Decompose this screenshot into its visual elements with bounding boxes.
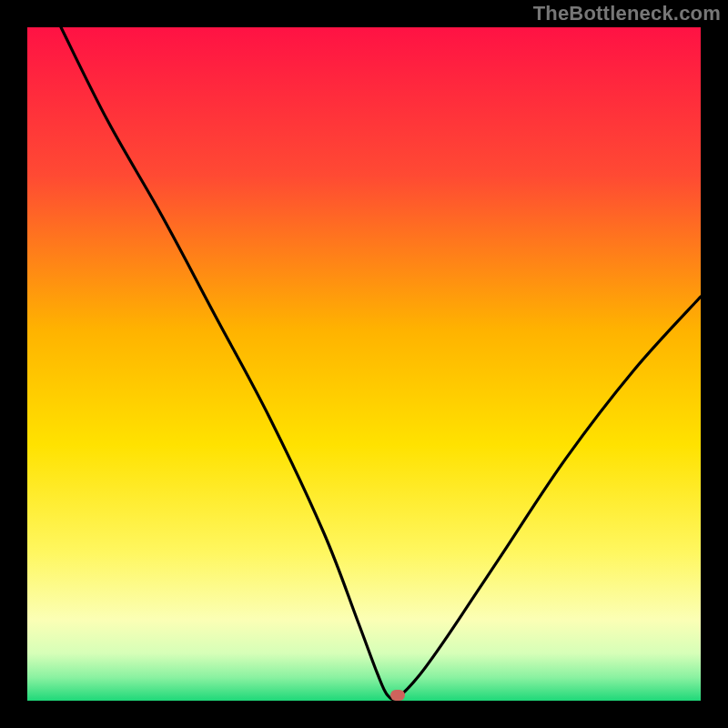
plot-area [27, 27, 701, 701]
gradient-background [27, 27, 701, 701]
chart-frame: TheBottleneck.com [0, 0, 728, 728]
optimal-point-marker [390, 690, 405, 701]
bottleneck-chart [27, 27, 701, 701]
attribution-label: TheBottleneck.com [533, 2, 721, 25]
